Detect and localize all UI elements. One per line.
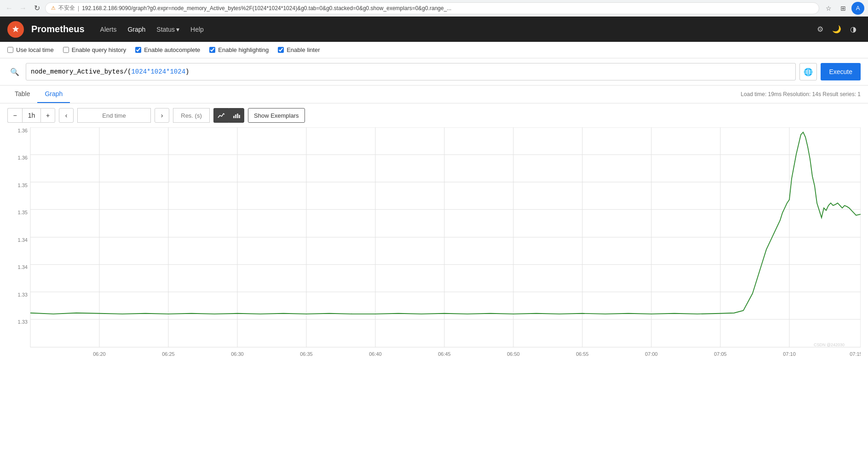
tab-meta: Load time: 19ms Resolution: 14s Result s… — [741, 91, 861, 97]
svg-text:1.33: 1.33 — [18, 319, 28, 325]
enable-highlighting-checkbox[interactable] — [209, 47, 215, 53]
settings-bar: Use local time Enable query history Enab… — [0, 42, 868, 58]
prometheus-logo — [7, 21, 24, 38]
stacked-chart-icon — [233, 112, 240, 119]
svg-text:07:00: 07:00 — [645, 351, 657, 357]
tabs-row: Table Graph Load time: 19ms Resolution: … — [0, 86, 868, 103]
resolution-input[interactable] — [173, 108, 210, 123]
profile-button[interactable]: A — [851, 2, 864, 15]
svg-text:06:55: 06:55 — [576, 351, 588, 357]
settings-button[interactable]: ⚙ — [813, 22, 828, 37]
search-bar: 🔍 node_memory_Active_bytes/(1024*1024*10… — [0, 58, 868, 86]
svg-text:1.35: 1.35 — [18, 182, 28, 188]
query-text-prefix: node_memory_Active_bytes/( — [31, 68, 131, 75]
graph-controls: − 1h + ‹ › Show Exemplars — [0, 103, 868, 127]
reload-button[interactable]: ↻ — [31, 3, 42, 14]
range-minus-button[interactable]: − — [7, 108, 22, 123]
app-title: Prometheus — [31, 24, 85, 34]
stacked-chart-button[interactable] — [229, 108, 244, 123]
line-chart-icon — [218, 112, 225, 119]
enable-query-history-option[interactable]: Enable query history — [63, 46, 126, 53]
show-exemplars-button[interactable]: Show Exemplars — [248, 108, 305, 123]
range-control-group: − 1h + — [7, 108, 55, 123]
enable-highlighting-option[interactable]: Enable highlighting — [209, 46, 269, 53]
svg-text:06:50: 06:50 — [507, 351, 519, 357]
chevron-down-icon: ▾ — [176, 26, 179, 33]
svg-text:1.34: 1.34 — [18, 237, 28, 242]
nav-status[interactable]: Status ▾ — [152, 23, 184, 36]
svg-text:07:05: 07:05 — [714, 351, 726, 357]
svg-rect-1 — [233, 116, 235, 118]
forward-button[interactable]: → — [17, 3, 29, 14]
enable-linter-checkbox[interactable] — [278, 47, 284, 53]
use-local-time-checkbox[interactable] — [7, 47, 13, 53]
svg-rect-4 — [239, 115, 240, 118]
enable-autocomplete-option[interactable]: Enable autocomplete — [135, 46, 200, 53]
security-warning-text: 不安全 — [58, 4, 75, 12]
next-time-button[interactable]: › — [155, 108, 169, 123]
main-nav: Alerts Graph Status ▾ Help — [96, 23, 208, 36]
chart-container: 1.36 1.36 1.35 1.35 1.34 1.34 1.33 1.33 … — [0, 127, 868, 362]
enable-query-history-checkbox[interactable] — [63, 47, 69, 53]
nav-graph[interactable]: Graph — [123, 23, 150, 36]
execute-button[interactable]: Execute — [821, 63, 861, 80]
svg-text:06:30: 06:30 — [231, 351, 243, 357]
enable-autocomplete-checkbox[interactable] — [135, 47, 141, 53]
range-plus-button[interactable]: + — [40, 108, 55, 123]
navbar-right-controls: ⚙ 🌙 ◑ — [813, 22, 861, 37]
svg-text:06:25: 06:25 — [162, 351, 174, 357]
nav-alerts[interactable]: Alerts — [96, 23, 121, 36]
chart-type-group — [213, 108, 244, 123]
search-icon: 🔍 — [10, 68, 19, 76]
svg-text:06:40: 06:40 — [369, 351, 381, 357]
search-icon-wrap: 🔍 — [7, 64, 22, 79]
end-time-input[interactable] — [77, 108, 151, 123]
metrics-explorer-button[interactable]: 🌐 — [799, 63, 817, 80]
tab-table[interactable]: Table — [7, 86, 37, 103]
chart-svg: 1.36 1.36 1.35 1.35 1.34 1.34 1.33 1.33 … — [7, 127, 861, 362]
svg-text:1.34: 1.34 — [18, 264, 28, 270]
svg-text:1.35: 1.35 — [18, 210, 28, 215]
tab-graph[interactable]: Graph — [37, 86, 70, 103]
line-chart-button[interactable] — [213, 108, 229, 123]
nav-help[interactable]: Help — [186, 23, 208, 36]
browser-chrome: ← → ↻ ⚠ 不安全 | 192.168.2.186:9090/graph?g… — [0, 0, 868, 17]
svg-text:CSDN @242030: CSDN @242030 — [814, 343, 845, 347]
svg-text:1.33: 1.33 — [18, 291, 28, 297]
address-bar[interactable]: ⚠ 不安全 | 192.168.2.186:9090/graph?g0.expr… — [45, 2, 819, 14]
prometheus-logo-svg — [11, 24, 21, 34]
prev-time-button[interactable]: ‹ — [59, 108, 74, 123]
dark-mode-button[interactable]: 🌙 — [829, 22, 844, 37]
svg-text:1.36: 1.36 — [18, 127, 28, 133]
query-input[interactable]: node_memory_Active_bytes/(1024*1024*1024… — [26, 63, 796, 80]
query-text-highlight: 1024*1024*1024 — [131, 68, 185, 75]
range-value-button[interactable]: 1h — [22, 108, 40, 123]
bookmark-star-button[interactable]: ☆ — [822, 2, 835, 15]
extensions-button[interactable]: ⊞ — [837, 2, 850, 15]
use-local-time-option[interactable]: Use local time — [7, 46, 54, 53]
contrast-button[interactable]: ◑ — [846, 22, 861, 37]
globe-icon: 🌐 — [804, 68, 813, 76]
enable-linter-option[interactable]: Enable linter — [278, 46, 320, 53]
back-button[interactable]: ← — [4, 3, 15, 14]
browser-right-icons: ☆ ⊞ A — [822, 2, 864, 15]
svg-text:06:45: 06:45 — [438, 351, 450, 357]
svg-text:06:20: 06:20 — [93, 351, 105, 357]
svg-rect-2 — [235, 114, 236, 118]
svg-rect-3 — [237, 114, 238, 118]
security-warning-icon: ⚠ — [51, 5, 56, 11]
svg-text:07:15: 07:15 — [850, 351, 861, 357]
query-text-suffix: ) — [185, 68, 189, 75]
svg-text:1.36: 1.36 — [18, 155, 28, 160]
url-text: 192.168.2.186:9090/graph?g0.expr=node_me… — [82, 5, 451, 11]
svg-text:07:10: 07:10 — [783, 351, 795, 357]
svg-text:06:35: 06:35 — [300, 351, 312, 357]
navbar: Prometheus Alerts Graph Status ▾ Help ⚙ … — [0, 17, 868, 42]
